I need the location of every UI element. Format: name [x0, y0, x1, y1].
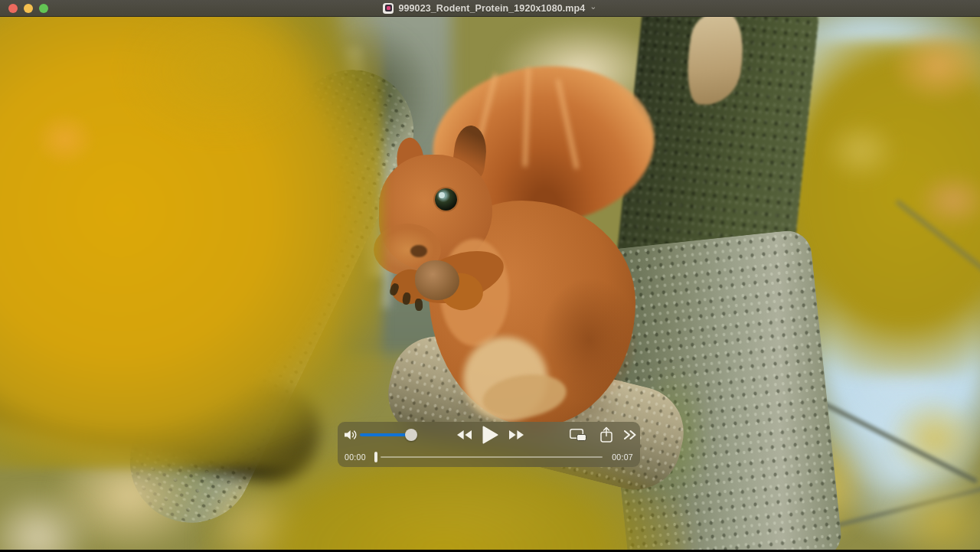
volume-icon[interactable]: [345, 430, 358, 440]
playhead[interactable]: [374, 452, 377, 462]
window-controls: [0, 0, 48, 17]
leaf-bokeh: [812, 109, 911, 193]
share-icon[interactable]: [600, 426, 612, 443]
titlebar: 999023_Rodent_Protein_1920x1080.mp4 ⌄: [0, 0, 980, 17]
nut: [415, 260, 459, 300]
video-frame[interactable]: 00:00 00:07: [0, 17, 980, 550]
title-menu[interactable]: 999023_Rodent_Protein_1920x1080.mp4 ⌄: [383, 0, 596, 17]
orange-bokeh: [903, 162, 980, 239]
volume-slider-knob[interactable]: [405, 429, 417, 441]
zoom-button[interactable]: [39, 4, 48, 13]
window-title: 999023_Rodent_Protein_1920x1080.mp4: [398, 3, 585, 14]
squirrel-eye: [435, 188, 457, 211]
video-file-icon: [383, 3, 394, 14]
orange-bokeh: [873, 17, 980, 116]
rewind-button[interactable]: [457, 430, 472, 439]
yellow-leaf-blur: [865, 461, 980, 550]
duration: 00:07: [612, 452, 633, 462]
timeline-scrubber[interactable]: [381, 456, 603, 458]
claw: [414, 299, 423, 312]
more-controls-button[interactable]: [623, 430, 637, 440]
foreground-bokeh: [0, 476, 107, 550]
quicktime-window: 999023_Rodent_Protein_1920x1080.mp4 ⌄: [0, 0, 980, 552]
playback-controls: 00:00 00:07: [338, 422, 640, 467]
current-time: 00:00: [345, 452, 366, 462]
picture-in-picture-button[interactable]: [570, 429, 586, 441]
minimize-button[interactable]: [24, 4, 33, 13]
close-button[interactable]: [8, 4, 18, 13]
yellow-leaf-blur: [92, 17, 352, 162]
squirrel: [368, 40, 674, 430]
chevron-down-icon: ⌄: [590, 2, 596, 11]
volume-slider[interactable]: [360, 433, 411, 436]
orange-leaf-blur: [23, 101, 107, 178]
eye-highlight: [439, 192, 445, 198]
fast-forward-button[interactable]: [509, 430, 524, 439]
squirrel-nose: [410, 245, 427, 257]
play-button[interactable]: [482, 426, 498, 444]
